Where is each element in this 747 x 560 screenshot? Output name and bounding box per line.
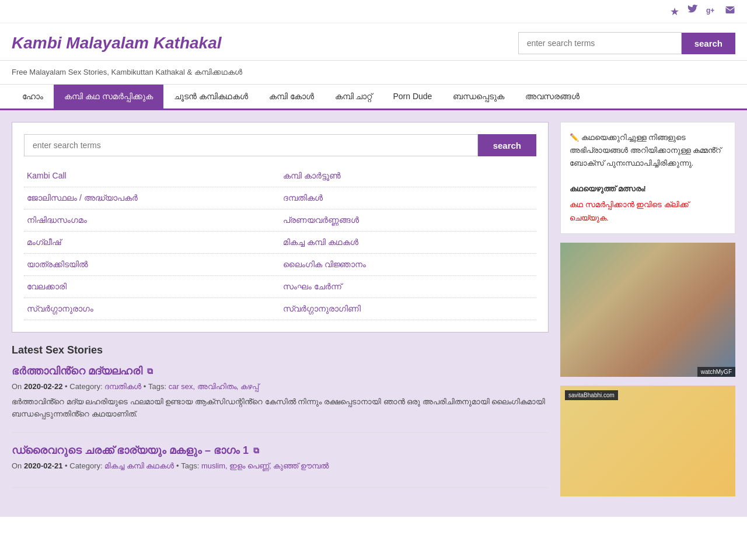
pencil-icon: ✏️ bbox=[570, 133, 579, 142]
top-social-bar: ★ g+ bbox=[0, 0, 747, 23]
ad2-watermark: savitaBhabhi.com bbox=[565, 390, 618, 400]
categories-grid: Kambi Callകമ്പി കാർട്ടൂൺജോലിസ്ഥലം / അദ്ധ… bbox=[24, 165, 536, 320]
category-row: മംഗ്ലീഷ്മികച്ച കമ്പി കഥകൾ bbox=[24, 232, 536, 254]
external-link-icon: ⧉ bbox=[147, 366, 153, 376]
category-right[interactable]: ലൈംഗിക വിജ്ഞാനം bbox=[280, 254, 536, 275]
category-left[interactable]: Kambi Call bbox=[24, 165, 280, 187]
main-search-input[interactable] bbox=[24, 134, 478, 156]
story-tags[interactable]: car sex, അവിഹിതം, കഴപ്പ് bbox=[169, 382, 259, 391]
story-contest-label: കഥയെഴുത്ത് മത്സരം! bbox=[570, 183, 726, 195]
category-left[interactable]: സ്വർഗ്ഗാനുരാഗം bbox=[24, 298, 280, 320]
story-category[interactable]: മികച്ച കമ്പി കഥകൾ bbox=[104, 461, 174, 470]
site-title: Kambi Malayalam Kathakal bbox=[12, 34, 222, 52]
submit-story-link[interactable]: കഥ സമർപ്പിക്കാൻ ഇവിടെ ക്ലിക്ക് ചെയ്യുക. bbox=[570, 200, 689, 222]
story-title[interactable]: ഡ്രൈവറുടെ ചരക്ക് ഭാര്യയും മകളും – ഭാഗം 1… bbox=[12, 444, 549, 457]
category-right[interactable]: ദമ്പതികൾ bbox=[280, 187, 536, 209]
svg-text:g+: g+ bbox=[706, 6, 714, 15]
nav-item-ഹോം[interactable]: ഹോം bbox=[12, 85, 54, 110]
nav-item-Porn-Dude[interactable]: Porn Dude bbox=[382, 85, 442, 110]
category-right[interactable]: സ്വർഗ്ഗാനുരാഗിണി bbox=[280, 298, 536, 320]
search-input[interactable] bbox=[518, 32, 682, 54]
main-nav: ഹോംകമ്പി കഥ സമർപ്പിക്കുകചൂടൻ കമ്പികഥകൾകമ… bbox=[0, 85, 747, 110]
story-category[interactable]: ദമ്പതികൾ bbox=[104, 382, 141, 391]
site-tagline: Free Malayalam Sex Stories, Kambikuttan … bbox=[0, 61, 747, 85]
sidebar-ad-1[interactable]: watchMyGF bbox=[560, 243, 735, 377]
stories-list: ഭർത്താവിൻ്റെ മദ്യലഹരി ⧉On 2020-02-22 • C… bbox=[12, 365, 549, 488]
story-meta: On 2020-02-21 • Category: മികച്ച കമ്പി ക… bbox=[12, 461, 549, 471]
category-row: യാത്രക്കിടയിൽലൈംഗിക വിജ്ഞാനം bbox=[24, 254, 536, 276]
sidebar-ad-2[interactable]: savitaBhabhi.com bbox=[560, 386, 735, 496]
story-item: ഭർത്താവിൻ്റെ മദ്യലഹരി ⧉On 2020-02-22 • C… bbox=[12, 365, 549, 433]
gplus-icon[interactable]: g+ bbox=[706, 5, 717, 18]
latest-stories-section: Latest Sex Stories ഭർത്താവിൻ്റെ മദ്യലഹരി… bbox=[12, 344, 549, 488]
header-search-form: search bbox=[518, 32, 735, 54]
email-icon[interactable] bbox=[725, 5, 735, 18]
story-meta: On 2020-02-22 • Category: ദമ്പതികൾ • Tag… bbox=[12, 382, 549, 391]
story-excerpt: ഭർത്താവിൻ്റെ മദ്യ ലഹരിയുടെ ഫലമായി ഉണ്ടായ… bbox=[12, 396, 549, 421]
story-tags[interactable]: muslim, ഇളം പെണ്ണ്, കുഞ്ഞ് ഊമ്പൽ bbox=[201, 461, 329, 470]
category-row: നിഷിദ്ധസംഗമംപ്രണയവർണ്ണങ്ങൾ bbox=[24, 209, 536, 232]
external-link-icon: ⧉ bbox=[253, 446, 259, 456]
main-search-box: search Kambi Callകമ്പി കാർട്ടൂൺജോലിസ്ഥലം… bbox=[12, 122, 549, 332]
sidebar-notice: ✏️ കഥയെക്കുറിച്ചുള്ള നിങ്ങളുടെ അഭിപ്രായങ… bbox=[560, 122, 735, 234]
story-item: ഡ്രൈവറുടെ ചരക്ക് ഭാര്യയും മകളും – ഭാഗം 1… bbox=[12, 444, 549, 488]
category-right[interactable]: കമ്പി കാർട്ടൂൺ bbox=[280, 165, 536, 187]
category-left[interactable]: ജോലിസ്ഥലം / അദ്ധ്യാപകർ bbox=[24, 187, 280, 209]
nav-item-കമ്പി-കഥ-സമർപ്പിക്കുക[interactable]: കമ്പി കഥ സമർപ്പിക്കുക bbox=[54, 85, 163, 110]
main-column: search Kambi Callകമ്പി കാർട്ടൂൺജോലിസ്ഥലം… bbox=[12, 122, 549, 505]
nav-item-ചൂടൻ-കമ്പികഥകൾ[interactable]: ചൂടൻ കമ്പികഥകൾ bbox=[163, 85, 259, 110]
category-row: വേലക്കാരിസംഘം ചേർന്ന് bbox=[24, 276, 536, 298]
rss-icon[interactable]: ★ bbox=[670, 5, 679, 18]
category-row: സ്വർഗ്ഗാനുരാഗംസ്വർഗ്ഗാനുരാഗിണി bbox=[24, 298, 536, 320]
latest-stories-title: Latest Sex Stories bbox=[12, 344, 549, 356]
category-left[interactable]: യാത്രക്കിടയിൽ bbox=[24, 254, 280, 275]
nav-item-കമ്പി-ചാറ്റ്[interactable]: കമ്പി ചാറ്റ് bbox=[324, 85, 383, 110]
story-title[interactable]: ഭർത്താവിൻ്റെ മദ്യലഹരി ⧉ bbox=[12, 365, 549, 377]
category-right[interactable]: സംഘം ചേർന്ന് bbox=[280, 276, 536, 298]
nav-item-ബന്ധപ്പെടുക[interactable]: ബന്ധപ്പെടുക bbox=[442, 85, 515, 110]
story-date: 2020-02-21 bbox=[24, 461, 63, 470]
content-area: search Kambi Callകമ്പി കാർട്ടൂൺജോലിസ്ഥലം… bbox=[0, 110, 747, 517]
category-left[interactable]: മംഗ്ലീഷ് bbox=[24, 232, 280, 253]
nav-item-അവസരങ്ങൾ[interactable]: അവസരങ്ങൾ bbox=[515, 85, 590, 110]
search-button[interactable]: search bbox=[682, 33, 735, 54]
category-left[interactable]: നിഷിദ്ധസംഗമം bbox=[24, 209, 280, 231]
category-row: Kambi Callകമ്പി കാർട്ടൂൺ bbox=[24, 165, 536, 187]
nav-item-കമ്പി-കോൾ[interactable]: കമ്പി കോൾ bbox=[259, 85, 324, 110]
sidebar: ✏️ കഥയെക്കുറിച്ചുള്ള നിങ്ങളുടെ അഭിപ്രായങ… bbox=[560, 122, 735, 505]
site-header: Kambi Malayalam Kathakal search bbox=[0, 23, 747, 61]
main-search-form: search bbox=[24, 134, 536, 156]
sidebar-notice-text: ✏️ കഥയെക്കുറിച്ചുള്ള നിങ്ങളുടെ അഭിപ്രായങ… bbox=[570, 131, 726, 170]
category-right[interactable]: പ്രണയവർണ്ണങ്ങൾ bbox=[280, 209, 536, 231]
twitter-icon[interactable] bbox=[687, 5, 698, 18]
ad-watermark: watchMyGF bbox=[697, 367, 735, 377]
category-left[interactable]: വേലക്കാരി bbox=[24, 276, 280, 298]
story-date: 2020-02-22 bbox=[24, 382, 63, 391]
main-search-button[interactable]: search bbox=[478, 134, 536, 156]
category-right[interactable]: മികച്ച കമ്പി കഥകൾ bbox=[280, 232, 536, 253]
category-row: ജോലിസ്ഥലം / അദ്ധ്യാപകർദമ്പതികൾ bbox=[24, 187, 536, 209]
